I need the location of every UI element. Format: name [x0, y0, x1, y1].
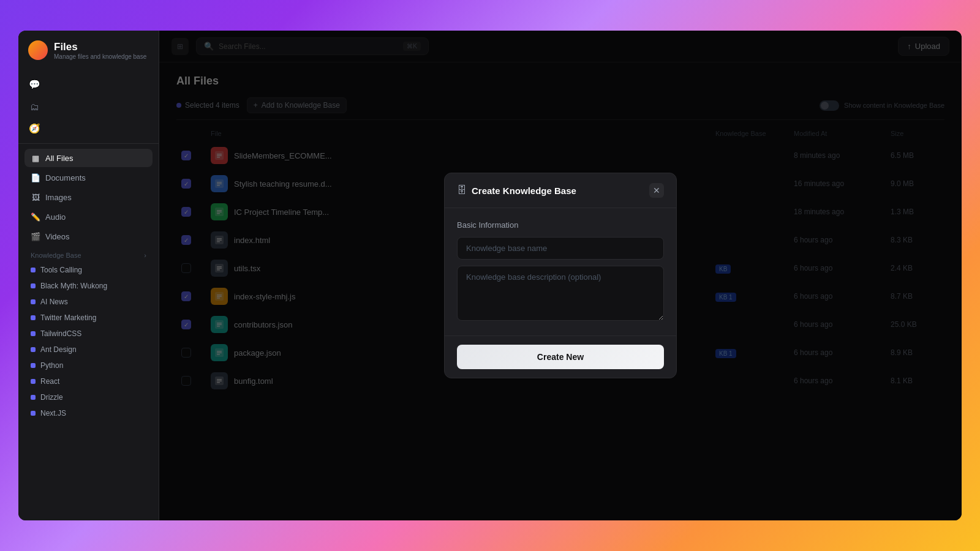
sidebar-item-documents[interactable]: 📄 Documents [24, 168, 153, 187]
kb-item-ai-news[interactable]: AI News [24, 294, 153, 309]
kb-dot [31, 363, 36, 368]
kb-item-python[interactable]: Python [24, 358, 153, 373]
modal-footer: Create New [445, 335, 676, 378]
kb-item-react[interactable]: React [24, 374, 153, 389]
kb-dot [31, 315, 36, 320]
modal-title: Create Knowledge Base [472, 186, 576, 196]
kb-collapse-icon[interactable]: › [144, 252, 146, 259]
sidebar-item-images-label: Images [45, 193, 72, 202]
audio-icon: ✏️ [31, 212, 40, 222]
modal-body: Basic Information [445, 208, 676, 335]
sidebar-subtitle: Manage files and knowledge base [54, 53, 146, 60]
app-window: Files Manage files and knowledge base 💬 … [18, 31, 962, 520]
modal-title-group: 🗄 Create Knowledge Base [457, 185, 576, 196]
image-icon: 🖼 [31, 192, 40, 202]
form-section-label: Basic Information [457, 220, 664, 230]
sidebar-title-block: Files Manage files and knowledge base [54, 41, 146, 60]
kb-dot [31, 283, 36, 288]
kb-item-twitter-marketing[interactable]: Twitter Marketing [24, 310, 153, 325]
folder-icon-btn[interactable]: 🗂 [24, 97, 44, 116]
kb-section-label: Knowledge Base › [24, 247, 153, 261]
kb-description-textarea[interactable] [457, 266, 664, 321]
kb-item-tailwindcss[interactable]: TailwindCSS [24, 326, 153, 341]
sidebar-item-images[interactable]: 🖼 Images [24, 188, 153, 206]
sidebar: Files Manage files and knowledge base 💬 … [18, 31, 159, 520]
modal-db-icon: 🗄 [457, 185, 467, 196]
sidebar-item-all-files[interactable]: ▦ All Files [24, 149, 153, 167]
kb-item-tools-calling[interactable]: Tools Calling [24, 263, 153, 277]
video-icon: 🎬 [31, 231, 40, 241]
create-kb-modal: 🗄 Create Knowledge Base ✕ Basic Informat… [444, 173, 677, 378]
modal-header: 🗄 Create Knowledge Base ✕ [445, 173, 676, 208]
kb-name-input[interactable] [457, 237, 664, 260]
sidebar-item-documents-label: Documents [45, 173, 86, 182]
kb-dot [31, 379, 36, 384]
sidebar-icon-group: 💬 🗂 🧭 [18, 70, 159, 144]
kb-dot [31, 347, 36, 352]
sidebar-header: Files Manage files and knowledge base [18, 40, 159, 70]
kb-dot [31, 331, 36, 336]
avatar [28, 40, 48, 60]
kb-item-nextjs[interactable]: Next.JS [24, 406, 153, 421]
sidebar-item-videos-label: Videos [45, 232, 70, 241]
sidebar-item-videos[interactable]: 🎬 Videos [24, 227, 153, 246]
kb-dot [31, 299, 36, 304]
kb-item-black-myth[interactable]: Black Myth: Wukong [24, 279, 153, 293]
sidebar-app-title: Files [54, 41, 146, 53]
doc-icon: 📄 [31, 173, 40, 182]
main-content: ⊞ 🔍 ⌘K ↑ Upload All Files Selected 4 ite… [159, 31, 962, 520]
create-new-button[interactable]: Create New [457, 345, 664, 369]
kb-dot [31, 395, 36, 400]
modal-close-button[interactable]: ✕ [649, 183, 664, 198]
kb-dot [31, 268, 36, 272]
modal-overlay: 🗄 Create Knowledge Base ✕ Basic Informat… [159, 31, 962, 520]
kb-item-drizzle[interactable]: Drizzle [24, 390, 153, 405]
chat-icon-btn[interactable]: 💬 [24, 75, 44, 94]
sidebar-nav: ▦ All Files 📄 Documents 🖼 Images ✏️ Audi… [18, 149, 159, 511]
compass-icon-btn[interactable]: 🧭 [24, 119, 44, 138]
sidebar-item-audio[interactable]: ✏️ Audio [24, 208, 153, 226]
kb-dot [31, 411, 36, 416]
grid-icon: ▦ [31, 153, 40, 163]
sidebar-item-all-files-label: All Files [45, 154, 74, 163]
sidebar-item-audio-label: Audio [45, 212, 66, 222]
kb-item-ant-design[interactable]: Ant Design [24, 342, 153, 357]
